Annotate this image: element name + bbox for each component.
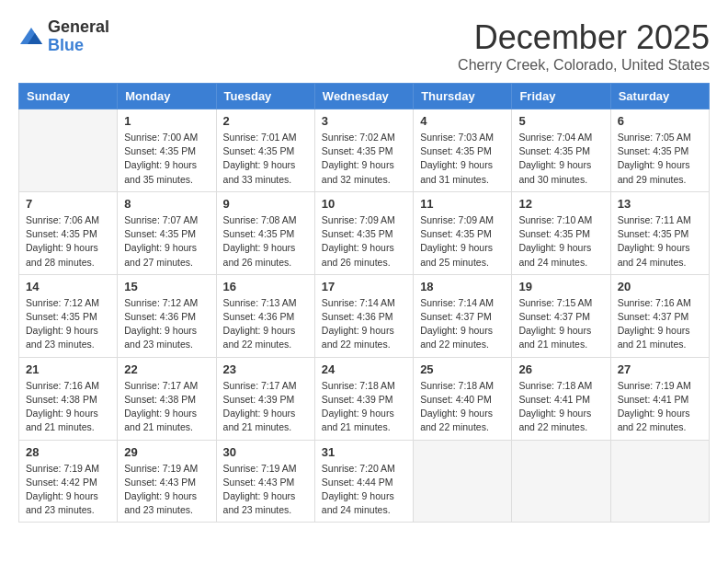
calendar-cell: 4Sunrise: 7:03 AMSunset: 4:35 PMDaylight… <box>414 109 512 192</box>
day-info: Sunrise: 7:07 AMSunset: 4:35 PMDaylight:… <box>124 213 209 270</box>
calendar-cell: 29Sunrise: 7:19 AMSunset: 4:43 PMDayligh… <box>118 440 216 523</box>
calendar-cell: 2Sunrise: 7:01 AMSunset: 4:35 PMDaylight… <box>216 109 314 192</box>
day-number: 21 <box>26 362 110 376</box>
calendar-cell: 20Sunrise: 7:16 AMSunset: 4:37 PMDayligh… <box>610 274 709 357</box>
calendar-cell: 9Sunrise: 7:08 AMSunset: 4:35 PMDaylight… <box>216 191 314 274</box>
calendar-cell: 16Sunrise: 7:13 AMSunset: 4:36 PMDayligh… <box>216 274 314 357</box>
day-info: Sunrise: 7:13 AMSunset: 4:36 PMDaylight:… <box>223 296 308 352</box>
calendar-header-saturday: Saturday <box>610 84 709 109</box>
day-number: 16 <box>223 280 308 293</box>
title-area: December 2025 Cherry Creek, Colorado, Un… <box>458 18 710 74</box>
day-info: Sunrise: 7:06 AMSunset: 4:35 PMDaylight:… <box>26 213 110 270</box>
calendar-cell: 22Sunrise: 7:17 AMSunset: 4:38 PMDayligh… <box>118 357 216 440</box>
calendar-cell <box>512 440 610 523</box>
day-info: Sunrise: 7:12 AMSunset: 4:36 PMDaylight:… <box>124 296 209 352</box>
day-info: Sunrise: 7:15 AMSunset: 4:37 PMDaylight:… <box>518 296 603 352</box>
day-number: 14 <box>26 280 110 293</box>
logo-icon <box>18 26 44 48</box>
logo-text: General Blue <box>48 18 109 55</box>
calendar-cell: 24Sunrise: 7:18 AMSunset: 4:39 PMDayligh… <box>314 357 413 440</box>
day-info: Sunrise: 7:19 AMSunset: 4:42 PMDaylight:… <box>26 462 110 518</box>
day-info: Sunrise: 7:02 AMSunset: 4:35 PMDaylight:… <box>322 131 406 187</box>
calendar-cell: 25Sunrise: 7:18 AMSunset: 4:40 PMDayligh… <box>414 357 512 440</box>
calendar-header-sunday: Sunday <box>19 84 118 109</box>
day-number: 31 <box>322 445 406 459</box>
logo-general-text: General <box>48 18 109 37</box>
calendar-header-friday: Friday <box>512 84 610 109</box>
calendar-cell: 3Sunrise: 7:02 AMSunset: 4:35 PMDaylight… <box>314 109 413 192</box>
calendar-cell: 14Sunrise: 7:12 AMSunset: 4:35 PMDayligh… <box>19 274 118 357</box>
day-number: 24 <box>322 362 406 376</box>
day-number: 20 <box>618 280 702 293</box>
day-number: 30 <box>223 445 308 459</box>
day-number: 23 <box>223 362 308 376</box>
day-number: 13 <box>618 197 702 211</box>
calendar-header-monday: Monday <box>118 84 216 109</box>
day-info: Sunrise: 7:09 AMSunset: 4:35 PMDaylight:… <box>420 213 505 270</box>
calendar-cell: 26Sunrise: 7:18 AMSunset: 4:41 PMDayligh… <box>512 357 610 440</box>
calendar-cell: 13Sunrise: 7:11 AMSunset: 4:35 PMDayligh… <box>610 191 709 274</box>
day-info: Sunrise: 7:18 AMSunset: 4:39 PMDaylight:… <box>322 379 406 435</box>
day-info: Sunrise: 7:01 AMSunset: 4:35 PMDaylight:… <box>223 131 308 187</box>
day-info: Sunrise: 7:17 AMSunset: 4:38 PMDaylight:… <box>124 379 209 435</box>
calendar-cell: 19Sunrise: 7:15 AMSunset: 4:37 PMDayligh… <box>512 274 610 357</box>
calendar-cell: 18Sunrise: 7:14 AMSunset: 4:37 PMDayligh… <box>414 274 512 357</box>
day-number: 17 <box>322 280 406 293</box>
calendar-cell: 10Sunrise: 7:09 AMSunset: 4:35 PMDayligh… <box>314 191 413 274</box>
day-number: 9 <box>223 197 308 211</box>
day-info: Sunrise: 7:10 AMSunset: 4:35 PMDaylight:… <box>518 213 603 270</box>
day-info: Sunrise: 7:00 AMSunset: 4:35 PMDaylight:… <box>124 131 209 187</box>
calendar-cell: 15Sunrise: 7:12 AMSunset: 4:36 PMDayligh… <box>118 274 216 357</box>
calendar-header-thursday: Thursday <box>414 84 512 109</box>
calendar-cell: 1Sunrise: 7:00 AMSunset: 4:35 PMDaylight… <box>118 109 216 192</box>
calendar-header-row: SundayMondayTuesdayWednesdayThursdayFrid… <box>19 84 710 109</box>
day-info: Sunrise: 7:16 AMSunset: 4:38 PMDaylight:… <box>26 379 110 435</box>
calendar-cell <box>414 440 512 523</box>
day-info: Sunrise: 7:03 AMSunset: 4:35 PMDaylight:… <box>420 131 505 187</box>
day-info: Sunrise: 7:08 AMSunset: 4:35 PMDaylight:… <box>223 213 308 270</box>
day-number: 28 <box>26 445 110 459</box>
calendar-week-2: 7Sunrise: 7:06 AMSunset: 4:35 PMDaylight… <box>19 191 710 274</box>
calendar-cell <box>610 440 709 523</box>
day-info: Sunrise: 7:19 AMSunset: 4:41 PMDaylight:… <box>618 379 702 435</box>
calendar-cell: 11Sunrise: 7:09 AMSunset: 4:35 PMDayligh… <box>414 191 512 274</box>
calendar-week-4: 21Sunrise: 7:16 AMSunset: 4:38 PMDayligh… <box>19 357 710 440</box>
day-info: Sunrise: 7:18 AMSunset: 4:40 PMDaylight:… <box>420 379 505 435</box>
day-number: 3 <box>322 114 406 128</box>
day-number: 6 <box>618 114 702 128</box>
day-number: 19 <box>518 280 603 293</box>
day-info: Sunrise: 7:14 AMSunset: 4:36 PMDaylight:… <box>322 296 406 352</box>
day-number: 1 <box>124 114 209 128</box>
day-number: 10 <box>322 197 406 211</box>
day-number: 26 <box>518 362 603 376</box>
calendar-cell: 7Sunrise: 7:06 AMSunset: 4:35 PMDaylight… <box>19 191 118 274</box>
day-number: 5 <box>518 114 603 128</box>
month-title: December 2025 <box>458 18 710 57</box>
day-info: Sunrise: 7:11 AMSunset: 4:35 PMDaylight:… <box>618 213 702 270</box>
calendar-header-tuesday: Tuesday <box>216 84 314 109</box>
day-info: Sunrise: 7:09 AMSunset: 4:35 PMDaylight:… <box>322 213 406 270</box>
day-info: Sunrise: 7:20 AMSunset: 4:44 PMDaylight:… <box>322 462 406 518</box>
day-info: Sunrise: 7:16 AMSunset: 4:37 PMDaylight:… <box>618 296 702 352</box>
day-info: Sunrise: 7:19 AMSunset: 4:43 PMDaylight:… <box>223 462 308 518</box>
calendar-cell: 12Sunrise: 7:10 AMSunset: 4:35 PMDayligh… <box>512 191 610 274</box>
calendar-cell: 6Sunrise: 7:05 AMSunset: 4:35 PMDaylight… <box>610 109 709 192</box>
calendar-cell: 30Sunrise: 7:19 AMSunset: 4:43 PMDayligh… <box>216 440 314 523</box>
calendar-cell: 23Sunrise: 7:17 AMSunset: 4:39 PMDayligh… <box>216 357 314 440</box>
calendar-cell: 31Sunrise: 7:20 AMSunset: 4:44 PMDayligh… <box>314 440 413 523</box>
day-number: 2 <box>223 114 308 128</box>
calendar-table: SundayMondayTuesdayWednesdayThursdayFrid… <box>18 83 710 523</box>
calendar-cell: 21Sunrise: 7:16 AMSunset: 4:38 PMDayligh… <box>19 357 118 440</box>
logo-blue-text: Blue <box>48 37 109 55</box>
logo: General Blue <box>18 18 109 55</box>
calendar-cell: 8Sunrise: 7:07 AMSunset: 4:35 PMDaylight… <box>118 191 216 274</box>
day-info: Sunrise: 7:17 AMSunset: 4:39 PMDaylight:… <box>223 379 308 435</box>
day-info: Sunrise: 7:18 AMSunset: 4:41 PMDaylight:… <box>518 379 603 435</box>
day-number: 8 <box>124 197 209 211</box>
day-info: Sunrise: 7:05 AMSunset: 4:35 PMDaylight:… <box>618 131 702 187</box>
calendar-week-1: 1Sunrise: 7:00 AMSunset: 4:35 PMDaylight… <box>19 109 710 192</box>
day-info: Sunrise: 7:04 AMSunset: 4:35 PMDaylight:… <box>518 131 603 187</box>
day-number: 12 <box>518 197 603 211</box>
calendar-header-wednesday: Wednesday <box>314 84 413 109</box>
day-number: 25 <box>420 362 505 376</box>
